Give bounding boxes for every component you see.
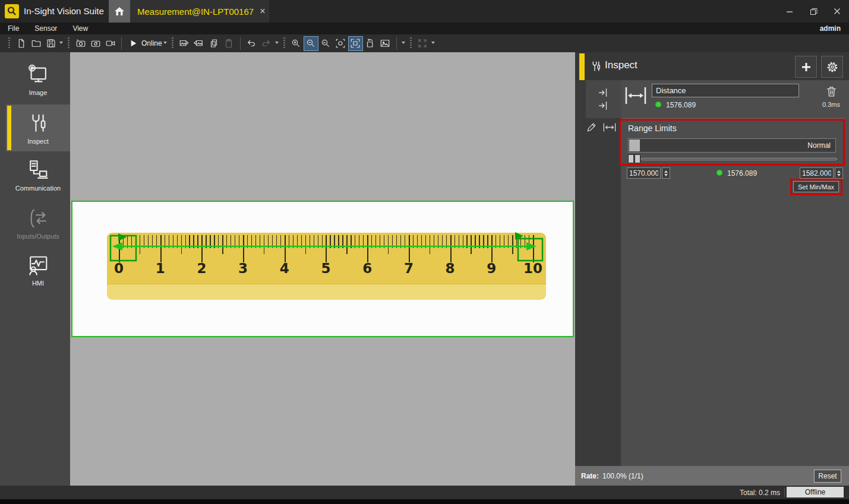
sidebar-item-label: Inspect	[27, 138, 48, 145]
trigger-camera-button[interactable]	[73, 36, 88, 51]
sidebar-item-communication[interactable]: Communication	[6, 151, 70, 198]
spin-up-icon[interactable]	[664, 170, 668, 173]
zoom-out-icon	[305, 38, 316, 49]
image-icon	[380, 38, 390, 49]
paste-button[interactable]	[222, 36, 236, 51]
rate-value: 100.0% (1/1)	[602, 472, 643, 480]
user-label: admin	[820, 24, 841, 33]
status-bar: Total: 0.2 ms Offline	[0, 486, 849, 499]
sidebar-item-inputs-outputs[interactable]: Inputs/Outputs	[6, 199, 70, 246]
inspect-tools-icon	[26, 112, 50, 135]
new-job-button[interactable]	[14, 36, 29, 51]
range-limits-highlight: Range Limits Normal	[619, 119, 845, 166]
menu-view[interactable]: View	[65, 24, 96, 33]
zoom-image-button[interactable]	[318, 36, 333, 51]
layout-caret-icon[interactable]	[431, 42, 435, 44]
edge-search-box-right	[518, 239, 542, 261]
sidebar-item-label: HMI	[32, 280, 44, 287]
edge-step-icon[interactable]	[598, 101, 609, 110]
distance-tool-icon[interactable]	[602, 122, 617, 132]
range-min-spinner[interactable]	[662, 167, 670, 179]
status-separator	[784, 488, 785, 497]
home-tab[interactable]	[109, 0, 130, 23]
range-limits-title: Range Limits	[628, 123, 677, 133]
toolbar-separator	[396, 37, 397, 50]
toolbar-grip[interactable]	[283, 37, 285, 49]
tool-name-input[interactable]	[652, 84, 799, 97]
toolbar-grip[interactable]	[410, 37, 412, 49]
zoom-in-button[interactable]	[289, 36, 304, 51]
tool-exec-time: 0.3ms	[822, 101, 840, 108]
connection-status[interactable]: Offline	[787, 487, 844, 497]
view-group-caret-icon[interactable]	[402, 42, 405, 44]
rotate-view-icon	[365, 38, 375, 49]
edge-step-icon[interactable]	[598, 88, 609, 97]
zoom-image-icon	[320, 38, 331, 49]
toolbar-grip[interactable]	[68, 37, 70, 49]
close-button[interactable]	[825, 0, 849, 23]
add-tool-button[interactable]	[795, 56, 817, 78]
distance-arrowhead-right	[526, 242, 536, 251]
range-slider-handle-min[interactable]	[628, 154, 634, 163]
display-image-button[interactable]	[378, 36, 393, 51]
delete-tool-button[interactable]	[825, 85, 838, 98]
copy-button[interactable]	[207, 36, 222, 51]
spin-down-icon[interactable]	[664, 174, 668, 176]
spin-down-icon[interactable]	[837, 174, 841, 176]
sidebar: Image Inspect Communication Inputs/Outpu	[0, 52, 70, 487]
minimize-button[interactable]	[778, 0, 801, 23]
rate-bar: Rate: 100.0% (1/1) Reset	[575, 466, 849, 486]
tab-close-button[interactable]: ×	[260, 6, 265, 17]
online-caret-icon[interactable]	[163, 42, 167, 44]
video-camera-icon	[105, 38, 116, 49]
tool-step-strip	[575, 80, 621, 466]
menu-file[interactable]: File	[0, 24, 27, 33]
tool-steps-box	[586, 80, 621, 118]
zoom-out-button[interactable]	[304, 36, 318, 51]
rotate-view-button[interactable]	[363, 36, 378, 51]
sidebar-item-label: Image	[29, 89, 48, 96]
range-min-input[interactable]	[627, 167, 661, 179]
save-job-button[interactable]	[43, 36, 58, 51]
inspect-panel-tools-icon	[589, 60, 602, 73]
restore-button[interactable]	[801, 0, 825, 23]
range-slider-track[interactable]	[641, 158, 837, 160]
live-camera-button[interactable]	[88, 36, 103, 51]
io-arrows-icon	[26, 207, 50, 230]
range-max-input[interactable]	[800, 167, 834, 179]
reset-button[interactable]: Reset	[814, 470, 841, 483]
import-image-button[interactable]	[192, 36, 207, 51]
spin-up-icon[interactable]	[837, 170, 841, 173]
edit-group-caret-icon[interactable]	[275, 42, 279, 44]
document-tab[interactable]: Measurement@IN-LPT00167 ×	[130, 0, 269, 23]
redo-button[interactable]	[259, 36, 274, 51]
range-mode-label: Normal	[807, 141, 831, 150]
range-slider-handle-max[interactable]	[635, 154, 640, 163]
zoom-region-icon	[335, 38, 346, 49]
measurement-overlay[interactable]	[72, 202, 573, 336]
undo-button[interactable]	[244, 36, 259, 51]
sidebar-item-inspect[interactable]: Inspect	[6, 104, 70, 151]
toolbar-grip[interactable]	[8, 37, 10, 49]
hmi-icon	[26, 253, 50, 277]
record-button[interactable]	[103, 36, 118, 51]
sidebar-item-image[interactable]: Image	[6, 56, 70, 103]
menu-sensor[interactable]: Sensor	[27, 24, 65, 33]
file-group-caret-icon[interactable]	[59, 42, 63, 44]
window-controls	[778, 0, 849, 23]
range-max-spinner[interactable]	[835, 167, 843, 179]
acquired-image[interactable]: 012345678910	[71, 201, 574, 337]
zoom-region-button[interactable]	[333, 36, 348, 51]
settings-button[interactable]	[821, 56, 843, 78]
open-job-button[interactable]	[29, 36, 43, 51]
toolbar-grip[interactable]	[172, 37, 173, 49]
export-image-button[interactable]	[177, 36, 192, 51]
online-play-button[interactable]	[125, 36, 140, 51]
zoom-in-icon	[291, 38, 301, 49]
sidebar-item-hmi[interactable]: HMI	[6, 246, 70, 293]
fit-to-window-button[interactable]	[348, 36, 363, 51]
edit-pencil-icon[interactable]	[586, 122, 597, 133]
camera-live-icon	[90, 38, 101, 49]
online-label[interactable]: Online	[141, 39, 162, 47]
expand-layout-button[interactable]	[415, 36, 430, 51]
